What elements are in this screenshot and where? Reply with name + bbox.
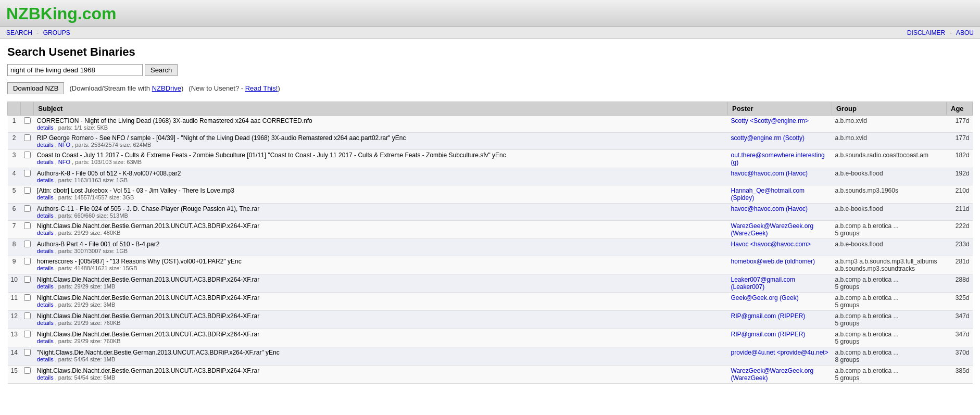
subject-cell: "Night.Claws.Die.Nacht.der.Bestie.German…: [34, 347, 728, 366]
row-checkbox-cell[interactable]: [21, 221, 34, 239]
row-checkbox[interactable]: [24, 187, 31, 194]
row-number: 8: [8, 239, 21, 256]
poster-link[interactable]: scotty@engine.rm (Scotty): [731, 134, 805, 142]
row-checkbox[interactable]: [24, 222, 31, 229]
subject-cell: Night.Claws.Die.Nacht.der.Bestie.German.…: [34, 221, 728, 239]
subject-cell: Authors-B Part 4 - File 001 of 510 - B-4…: [34, 239, 728, 256]
row-checkbox[interactable]: [24, 152, 31, 158]
group-cell: a.b.comp a.b.erotica ...5 groups: [832, 293, 947, 311]
row-checkbox[interactable]: [24, 349, 31, 356]
poster-link[interactable]: WarezGeek@WarezGeek.org (WarezGeek): [731, 367, 814, 382]
poster-link[interactable]: out.there@somewhere.interesting (g): [731, 152, 825, 166]
row-checkbox-cell[interactable]: [21, 311, 34, 329]
details-link[interactable]: details: [37, 230, 54, 236]
row-checkbox[interactable]: [24, 117, 31, 124]
row-number: 11: [8, 293, 21, 311]
row-checkbox-cell[interactable]: [21, 256, 34, 274]
details-link[interactable]: details: [37, 283, 54, 290]
poster-link[interactable]: havoc@havoc.com (Havoc): [731, 205, 808, 212]
poster-link[interactable]: Geek@Geek.org (Geek): [731, 294, 799, 301]
details-link[interactable]: details: [37, 248, 54, 254]
row-checkbox[interactable]: [24, 241, 31, 247]
row-checkbox[interactable]: [24, 276, 31, 283]
row-checkbox[interactable]: [24, 170, 31, 177]
row-checkbox-cell[interactable]: [21, 366, 34, 384]
row-checkbox-cell[interactable]: [21, 347, 34, 366]
download-nzb-button[interactable]: Download NZB: [7, 82, 64, 94]
poster-cell: scotty@engine.rm (Scotty): [728, 133, 832, 150]
row-checkbox[interactable]: [24, 205, 31, 212]
details-link[interactable]: details: [37, 338, 54, 344]
poster-link[interactable]: RIP@gmail.com (RIPPER): [731, 331, 806, 338]
nfo-link[interactable]: NFO: [58, 159, 70, 165]
row-checkbox[interactable]: [24, 331, 31, 337]
row-checkbox-cell[interactable]: [21, 329, 34, 347]
row-checkbox-cell[interactable]: [21, 133, 34, 150]
row-checkbox-cell[interactable]: [21, 168, 34, 185]
row-number: 6: [8, 204, 21, 221]
nav-groups-link[interactable]: GROUPS: [43, 29, 70, 36]
age-cell: 182d: [947, 150, 973, 168]
row-checkbox[interactable]: [24, 294, 31, 301]
site-header: NZBKing.com: [0, 0, 980, 27]
poster-link[interactable]: RIP@gmail.com (RIPPER): [731, 312, 806, 320]
subject-meta: details , parts: 29/29 size: 480KB: [37, 230, 725, 236]
group-cell: a.b.comp a.b.erotica ...5 groups: [832, 221, 947, 239]
details-link[interactable]: details: [37, 320, 54, 326]
poster-link[interactable]: Leaker007@gmail.com (Leaker007): [731, 276, 796, 291]
row-checkbox[interactable]: [24, 134, 31, 141]
read-this-link[interactable]: Read This!: [245, 84, 278, 92]
poster-link[interactable]: WarezGeek@WarezGeek.org (WarezGeek): [731, 222, 814, 237]
subject-meta: details , parts: 54/54 size: 1MB: [37, 356, 725, 362]
nav-about-link[interactable]: ABOU: [956, 29, 974, 36]
row-checkbox-cell[interactable]: [21, 239, 34, 256]
details-link[interactable]: details: [37, 194, 54, 200]
row-checkbox[interactable]: [24, 367, 31, 374]
details-link[interactable]: details: [37, 212, 54, 219]
poster-cell: WarezGeek@WarezGeek.org (WarezGeek): [728, 366, 832, 384]
poster-cell: Geek@Geek.org (Geek): [728, 293, 832, 311]
nav-search-link[interactable]: SEARCH: [6, 29, 32, 36]
table-row: 13Night.Claws.Die.Nacht.der.Bestie.Germa…: [8, 329, 973, 347]
search-button[interactable]: Search: [145, 64, 178, 76]
poster-cell: out.there@somewhere.interesting (g): [728, 150, 832, 168]
row-checkbox-cell[interactable]: [21, 185, 34, 204]
row-number: 5: [8, 185, 21, 204]
details-link[interactable]: details: [37, 374, 54, 381]
row-checkbox-cell[interactable]: [21, 116, 34, 133]
poster-link[interactable]: homebox@web.de (oldhomer): [731, 258, 815, 265]
details-link[interactable]: details: [37, 301, 54, 308]
poster-link[interactable]: Hannah_Qe@hotmail.com (Spidey): [731, 187, 805, 202]
row-checkbox-cell[interactable]: [21, 293, 34, 311]
details-link[interactable]: details: [37, 159, 54, 165]
details-link[interactable]: details: [37, 265, 54, 271]
row-checkbox[interactable]: [24, 258, 31, 265]
details-link[interactable]: details: [37, 142, 54, 148]
group-cell: a.b.comp a.b.erotica ...5 groups: [832, 329, 947, 347]
poster-link[interactable]: havoc@havoc.com (Havoc): [731, 170, 808, 177]
poster-cell: havoc@havoc.com (Havoc): [728, 168, 832, 185]
row-checkbox[interactable]: [24, 312, 31, 319]
nav-right: DISCLAIMER - ABOU: [906, 29, 975, 36]
subject-cell: Night.Claws.Die.Nacht.der.Bestie.German.…: [34, 366, 728, 384]
subject-meta: details , parts: 29/29 size: 1MB: [37, 283, 725, 290]
nav-disclaimer-link[interactable]: DISCLAIMER: [907, 29, 945, 36]
poster-link[interactable]: Scotty <Scotty@engine.rm>: [731, 117, 809, 124]
details-link[interactable]: details: [37, 124, 54, 131]
nzbdrive-link[interactable]: NZBDrive: [152, 84, 181, 92]
details-link[interactable]: details: [37, 356, 54, 362]
details-link[interactable]: details: [37, 177, 54, 183]
table-row: 14"Night.Claws.Die.Nacht.der.Bestie.Germ…: [8, 347, 973, 366]
nfo-link[interactable]: NFO: [58, 142, 70, 148]
poster-link[interactable]: provide@4u.net <provide@4u.net>: [731, 349, 828, 356]
table-row: 3Coast to Coast - July 11 2017 - Cults &…: [8, 150, 973, 168]
row-checkbox-cell[interactable]: [21, 274, 34, 293]
row-checkbox-cell[interactable]: [21, 150, 34, 168]
subject-meta: details , parts: 29/29 size: 760KB: [37, 338, 725, 344]
row-checkbox-cell[interactable]: [21, 204, 34, 221]
table-row: 7Night.Claws.Die.Nacht.der.Bestie.German…: [8, 221, 973, 239]
search-input[interactable]: [7, 64, 143, 76]
table-row: 12Night.Claws.Die.Nacht.der.Bestie.Germa…: [8, 311, 973, 329]
poster-link[interactable]: Havoc <havoc@havoc.com>: [731, 241, 811, 248]
group-cell: a.b.comp a.b.erotica ...8 groups: [832, 347, 947, 366]
